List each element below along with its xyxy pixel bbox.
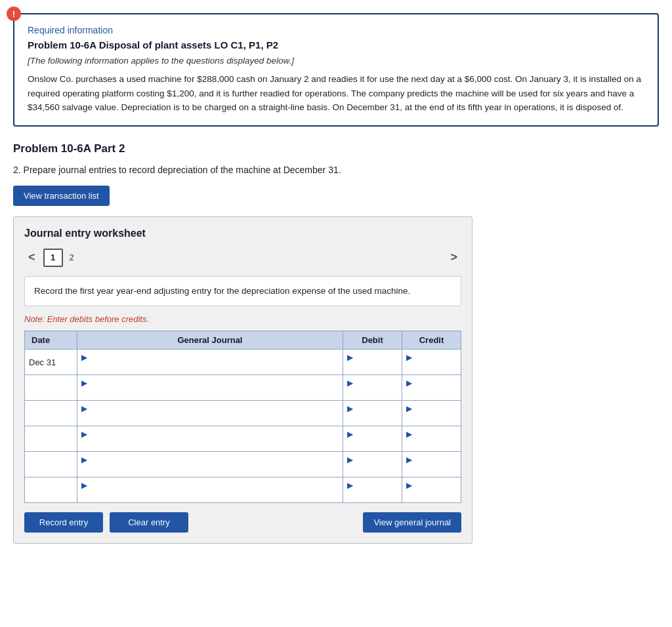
journal-cell-1[interactable]: ▶	[77, 350, 343, 375]
info-box: ! Required information Problem 10-6A Dis…	[13, 13, 659, 127]
journal-cell-3[interactable]: ▶	[77, 401, 343, 426]
section-instruction: 2. Prepare journal entries to record dep…	[13, 165, 659, 175]
credit-cell-6[interactable]: ▶	[402, 477, 461, 503]
credit-input-4[interactable]	[406, 439, 457, 449]
date-cell-3	[25, 401, 77, 426]
view-general-journal-button[interactable]: View general journal	[363, 512, 461, 533]
page-1-indicator[interactable]: 1	[43, 249, 63, 267]
page-2-indicator[interactable]: 2	[67, 253, 77, 262]
table-row: ▶ ▶ ▶	[25, 375, 461, 401]
problem-subtitle: [The following information applies to th…	[28, 56, 644, 66]
problem-title: Problem 10-6A Disposal of plant assets L…	[28, 39, 644, 51]
debit-cell-1[interactable]: ▶	[343, 350, 402, 375]
credit-cell-5[interactable]: ▶	[402, 452, 461, 477]
record-entry-button[interactable]: Record entry	[24, 512, 103, 533]
worksheet-title: Journal entry worksheet	[24, 228, 461, 239]
debit-cell-2[interactable]: ▶	[343, 375, 402, 401]
journal-input-2[interactable]	[81, 388, 339, 397]
credit-cell-1[interactable]: ▶	[402, 350, 461, 375]
journal-input-4[interactable]	[81, 439, 339, 449]
table-header-row: Date General Journal Debit Credit	[25, 331, 461, 350]
debit-cell-5[interactable]: ▶	[343, 452, 402, 477]
credit-input-6[interactable]	[406, 490, 457, 500]
debit-cell-4[interactable]: ▶	[343, 426, 402, 452]
date-cell-4	[25, 426, 77, 452]
prev-page-button[interactable]: <	[24, 249, 39, 266]
credit-input-2[interactable]	[406, 388, 457, 397]
credit-input-3[interactable]	[406, 413, 457, 423]
debit-input-2[interactable]	[347, 388, 398, 397]
section-heading: Problem 10-6A Part 2	[13, 142, 659, 155]
debit-input-3[interactable]	[347, 413, 398, 423]
worksheet-container: Journal entry worksheet < 1 2 > Record t…	[13, 216, 472, 544]
table-row: ▶ ▶ ▶	[25, 426, 461, 452]
entry-instruction-box: Record the first year year-end adjusting…	[24, 276, 461, 306]
journal-input-5[interactable]	[81, 464, 339, 474]
journal-cell-4[interactable]: ▶	[77, 426, 343, 452]
date-cell-2	[25, 375, 77, 401]
credit-cell-3[interactable]: ▶	[402, 401, 461, 426]
exclamation-icon: !	[7, 7, 21, 21]
debit-input-4[interactable]	[347, 439, 398, 449]
col-general-journal: General Journal	[77, 331, 343, 350]
table-row: Dec 31 ▶ ▶ ▶	[25, 350, 461, 375]
problem-body: Onslow Co. purchases a used machine for …	[28, 72, 644, 115]
col-credit: Credit	[402, 331, 461, 350]
debit-input-5[interactable]	[347, 464, 398, 474]
date-cell-5	[25, 452, 77, 477]
table-row: ▶ ▶ ▶	[25, 452, 461, 477]
journal-cell-2[interactable]: ▶	[77, 375, 343, 401]
credit-input-1[interactable]	[406, 362, 457, 372]
clear-entry-button[interactable]: Clear entry	[110, 512, 188, 533]
journal-cell-5[interactable]: ▶	[77, 452, 343, 477]
nav-row: < 1 2 >	[24, 249, 461, 267]
next-page-button[interactable]: >	[446, 249, 461, 266]
debit-cell-6[interactable]: ▶	[343, 477, 402, 503]
date-cell-1: Dec 31	[25, 350, 77, 375]
journal-input-1[interactable]	[81, 362, 339, 372]
credit-cell-2[interactable]: ▶	[402, 375, 461, 401]
col-date: Date	[25, 331, 77, 350]
table-row: ▶ ▶ ▶	[25, 401, 461, 426]
col-debit: Debit	[343, 331, 402, 350]
credit-cell-4[interactable]: ▶	[402, 426, 461, 452]
action-buttons-row: Record entry Clear entry View general jo…	[24, 512, 461, 533]
journal-input-3[interactable]	[81, 413, 339, 423]
view-transaction-button[interactable]: View transaction list	[13, 186, 110, 206]
journal-table: Date General Journal Debit Credit Dec 31…	[24, 331, 461, 503]
table-row: ▶ ▶ ▶	[25, 477, 461, 503]
debit-cell-3[interactable]: ▶	[343, 401, 402, 426]
debit-credit-note: Note: Enter debits before credits.	[24, 314, 461, 324]
journal-cell-6[interactable]: ▶	[77, 477, 343, 503]
debit-input-6[interactable]	[347, 490, 398, 500]
date-cell-6	[25, 477, 77, 503]
credit-input-5[interactable]	[406, 464, 457, 474]
required-label: Required information	[28, 25, 644, 35]
journal-input-6[interactable]	[81, 490, 339, 500]
debit-input-1[interactable]	[347, 362, 398, 372]
